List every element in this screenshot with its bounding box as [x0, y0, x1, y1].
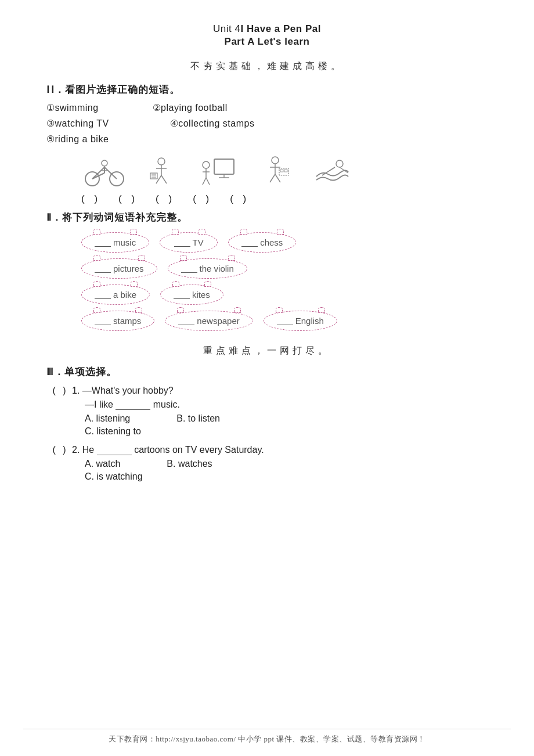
svg-point-34: [336, 160, 343, 167]
motto2: 重点难点，一网打尽。: [46, 345, 488, 357]
option-2: ②playing football: [153, 102, 228, 113]
option-5: ⑤riding a bike: [46, 134, 109, 145]
img-collecting: [252, 152, 298, 191]
mc-answers-row-2b: C. is watching: [85, 471, 488, 482]
svg-line-13: [161, 175, 167, 183]
mc-bracket-1[interactable]: ( ): [52, 386, 68, 396]
svg-point-6: [102, 160, 107, 166]
mc-answer-2b[interactable]: B. watches: [167, 459, 212, 469]
oval-music[interactable]: music: [81, 232, 149, 253]
option-4: ④collecting stamps: [170, 118, 255, 129]
oval-kites[interactable]: kites: [160, 285, 223, 305]
mc-qnum-2: 2. He cartoons on TV every Saturday.: [72, 445, 264, 455]
ovals-row-4: stamps newspaper English: [81, 311, 488, 331]
mc-answer-block-2: A. watch B. watches C. is watching: [85, 459, 488, 482]
section2-title: Ⅱ．将下列动词短语补充完整。: [46, 211, 488, 224]
svg-line-2: [92, 167, 104, 179]
ovals-row-1: music TV chess: [81, 232, 488, 253]
svg-line-3: [104, 167, 117, 179]
mc-blank-1[interactable]: [116, 402, 150, 410]
img-tv: [195, 152, 241, 191]
motto1: 不夯实基础，难建成高楼。: [46, 60, 488, 73]
svg-point-26: [272, 157, 279, 164]
svg-rect-18: [214, 159, 234, 174]
section1-options-row3: ⑤riding a bike: [46, 134, 488, 145]
option-3: ③watching TV: [46, 118, 109, 129]
section1-options-row1: ①swimming ②playing football: [46, 102, 488, 113]
mc-bracket-2[interactable]: ( ): [52, 445, 68, 455]
ovals-row-3: a bike kites: [81, 285, 488, 305]
mc-answers-row-2a: A. watch B. watches: [85, 459, 488, 469]
mc-answer-1a[interactable]: A. listening: [85, 413, 130, 424]
oval-newspaper[interactable]: newspaper: [165, 311, 252, 331]
oval-pictures[interactable]: pictures: [81, 258, 157, 279]
bracket-5[interactable]: ( ): [230, 193, 250, 205]
mc-answer-1c[interactable]: C. listening to: [85, 426, 141, 436]
svg-line-29: [270, 174, 275, 182]
oval-bike[interactable]: a bike: [81, 285, 150, 305]
svg-line-5: [92, 173, 104, 179]
oval-stamps[interactable]: stamps: [81, 311, 154, 331]
bracket-2[interactable]: ( ): [118, 193, 138, 205]
mc-blank-2[interactable]: [97, 447, 132, 455]
brackets-row: ( ) ( ) ( ) ( ) ( ): [81, 193, 488, 205]
mc-question-1: ( ) 1. —What's your hobby?: [52, 386, 488, 396]
img-bike: [81, 152, 128, 191]
mc-item-2: ( ) 2. He cartoons on TV every Saturday.…: [52, 445, 488, 482]
mc-answers-row-1b: C. listening to: [85, 426, 488, 437]
oval-english[interactable]: English: [264, 311, 337, 331]
svg-point-9: [158, 158, 165, 165]
ovals-row-2: pictures the violin: [81, 258, 488, 279]
title-line1: Unit 4I Have a Pen Pal: [46, 23, 488, 35]
bracket-3[interactable]: ( ): [156, 193, 175, 205]
bracket-4[interactable]: ( ): [193, 193, 212, 205]
mc-answer-2c[interactable]: C. is watching: [85, 471, 143, 481]
img-swimming: [309, 152, 355, 191]
title-area: Unit 4I Have a Pen Pal Part A Let's lear…: [46, 23, 488, 48]
images-row: [81, 152, 488, 191]
mc-item-1: ( ) 1. —What's your hobby? —I like music…: [52, 386, 488, 437]
mc-answer-2a[interactable]: A. watch: [85, 459, 120, 469]
oval-chess[interactable]: chess: [228, 232, 296, 253]
title-line2: Part A Let's learn: [46, 36, 488, 48]
mc-q1-sub: —I like music.: [85, 399, 488, 410]
svg-rect-33: [284, 170, 287, 172]
img-stamps: [138, 152, 185, 191]
mc-answer-1b[interactable]: B. to listen: [176, 413, 220, 424]
mc-question-2: ( ) 2. He cartoons on TV every Saturday.: [52, 445, 488, 455]
svg-line-12: [156, 175, 161, 183]
section1-title: ⅠⅠ．看图片选择正确的短语。: [46, 83, 488, 96]
ovals-container: music TV chess pictures the violin a bik…: [81, 232, 488, 331]
mc-answer-block-1: —I like music. A. listening B. to listen…: [85, 399, 488, 437]
oval-tv[interactable]: TV: [160, 232, 218, 253]
mc-qnum-1: 1. —What's your hobby?: [72, 386, 174, 396]
svg-point-21: [203, 161, 210, 168]
svg-line-24: [203, 178, 206, 185]
oval-violin[interactable]: the violin: [168, 258, 247, 279]
bracket-1[interactable]: ( ): [81, 193, 101, 205]
section3-title: Ⅲ．单项选择。: [46, 365, 488, 379]
option-1: ①swimming: [46, 102, 99, 113]
section1-options-row2: ③watching TV ④collecting stamps: [46, 118, 488, 129]
mc-answers-row-1a: A. listening B. to listen: [85, 413, 488, 424]
svg-line-25: [206, 178, 210, 185]
svg-rect-32: [280, 170, 283, 172]
footer: 天下教育网：http://xsjyu.taobao.com/ 中小学 ppt 课…: [23, 729, 511, 744]
